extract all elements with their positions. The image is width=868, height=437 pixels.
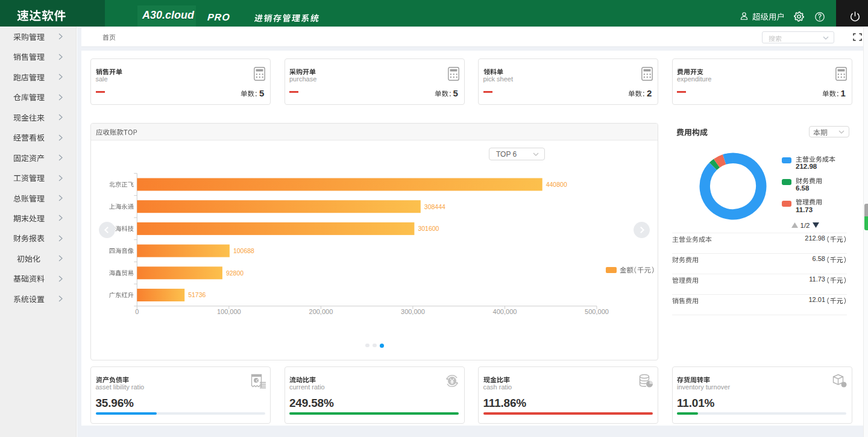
- svg-text:400,000: 400,000: [493, 308, 517, 315]
- svg-text:440800: 440800: [546, 181, 567, 188]
- svg-text:100688: 100688: [233, 247, 254, 254]
- svg-text:301600: 301600: [418, 225, 439, 232]
- svg-text:200,000: 200,000: [309, 308, 333, 315]
- svg-text:100,000: 100,000: [217, 308, 241, 315]
- svg-text:308444: 308444: [424, 203, 445, 210]
- svg-text:0: 0: [135, 308, 139, 315]
- svg-text:51736: 51736: [188, 291, 206, 298]
- svg-text:500,000: 500,000: [585, 308, 609, 315]
- svg-text:92800: 92800: [226, 269, 244, 277]
- svg-text:300,000: 300,000: [401, 308, 425, 315]
